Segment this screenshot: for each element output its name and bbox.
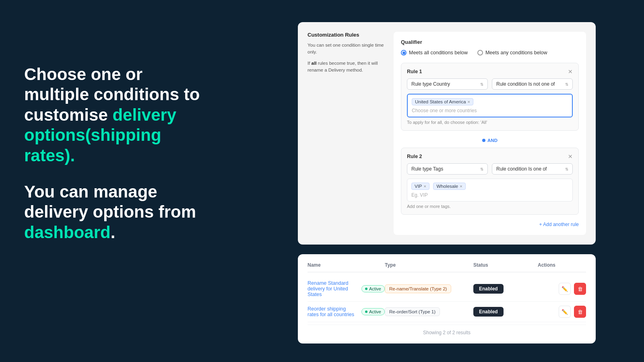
rule-1-hint: To apply for for all, do choose option: … bbox=[407, 120, 573, 125]
rule-2-condition-select[interactable]: Rule condition Is one of ⇅ bbox=[492, 163, 573, 175]
row-2-type-badge: Re-order/Sort (Type 1) bbox=[385, 307, 440, 316]
row-2-active-label: Active bbox=[369, 309, 381, 314]
qualifier-option-all-label: Meets all conditions below bbox=[409, 50, 468, 56]
row-1-type-badge: Re-name/Translate (Type 2) bbox=[385, 284, 451, 293]
row-1-active-badge: Active bbox=[361, 285, 385, 292]
row-2-status-cell: Enabled bbox=[473, 307, 538, 317]
col-header-status: Status bbox=[473, 262, 538, 268]
and-badge: AND bbox=[482, 138, 497, 143]
tag-usa-remove-icon[interactable]: × bbox=[468, 99, 470, 104]
left-text-block: Choose one ormultiple conditions tocusto… bbox=[24, 64, 209, 243]
rule-2-block: Rule 2 ✕ Rule type Tags ⇅ Rule condition… bbox=[401, 148, 579, 215]
note-suffix: rules become true, then it will rename a… bbox=[308, 61, 378, 72]
rule-1-condition-select[interactable]: Rule condition Is not one of ⇅ bbox=[492, 78, 573, 90]
chevron-up-down-icon-4: ⇅ bbox=[565, 167, 568, 171]
rule-2-header: Rule 2 ✕ bbox=[407, 154, 573, 159]
tag-vip-remove-icon[interactable]: × bbox=[424, 184, 426, 189]
row-1-status-cell: Enabled bbox=[473, 284, 538, 294]
table-row: Rename Standard delivery for United Stat… bbox=[308, 276, 586, 302]
and-separator: AND bbox=[401, 136, 579, 144]
col-header-actions: Actions bbox=[538, 262, 586, 268]
radio-filled-icon bbox=[401, 50, 407, 56]
rule-2-placeholder: Eg. VIP bbox=[411, 192, 568, 198]
rule-2-title: Rule 2 bbox=[407, 154, 422, 159]
headline-accent: deliveryoptions(shippingrates). bbox=[24, 105, 176, 165]
rule-1-selects: Rule type Country ⇅ Rule condition Is no… bbox=[407, 78, 573, 90]
qualifier-title: Qualifier bbox=[401, 39, 579, 45]
and-dot-icon bbox=[482, 139, 485, 142]
rule-1-type-label: Rule type Country bbox=[411, 81, 450, 87]
rule-1-title: Rule 1 bbox=[407, 69, 422, 74]
rule-1-condition-label: Rule condition Is not one of bbox=[496, 81, 555, 87]
row-2-delete-button[interactable]: 🗑 bbox=[574, 306, 586, 318]
chevron-up-down-icon-2: ⇅ bbox=[565, 82, 568, 86]
row-2-type-cell: Re-order/Sort (Type 1) bbox=[385, 307, 473, 316]
rule-2-type-select[interactable]: Rule type Tags ⇅ bbox=[407, 163, 488, 175]
row-1-delete-button[interactable]: 🗑 bbox=[574, 283, 586, 295]
sidebar-note: If all rules become true, then it will r… bbox=[308, 60, 384, 74]
add-rule-button[interactable]: + Add another rule bbox=[539, 222, 579, 227]
tag-wholesale-label: Wholesale bbox=[436, 184, 458, 189]
tag-usa-label: United States of America bbox=[415, 99, 466, 104]
chevron-up-down-icon: ⇅ bbox=[480, 82, 483, 86]
chevron-up-down-icon-3: ⇅ bbox=[480, 167, 483, 171]
rule-1-header: Rule 1 ✕ bbox=[407, 69, 573, 74]
main-headline: Choose one ormultiple conditions tocusto… bbox=[24, 64, 209, 166]
qualifier-option-all[interactable]: Meets all conditions below bbox=[401, 50, 468, 56]
rule-2-close-icon[interactable]: ✕ bbox=[568, 154, 573, 159]
subheadline-accent: dashboard bbox=[24, 223, 111, 242]
sidebar-desc: You can set one condition single time on… bbox=[308, 42, 384, 56]
active-dot-icon bbox=[365, 288, 367, 290]
add-rule-row: + Add another rule bbox=[401, 220, 579, 228]
table-header: Name Type Status Actions bbox=[308, 262, 586, 272]
rule-2-tag-vip: VIP × bbox=[411, 183, 429, 190]
col-header-type: Type bbox=[385, 262, 473, 268]
row-2-link[interactable]: Reorder shipping rates for all countries bbox=[308, 306, 357, 317]
rule-1-tags-input[interactable]: United States of America × Choose one or… bbox=[407, 94, 573, 117]
rule-1-block: Rule 1 ✕ Rule type Country ⇅ Rule condit… bbox=[401, 63, 579, 131]
row-1-actions-cell: ✏️ 🗑 bbox=[538, 283, 586, 295]
row-1-name-cell: Rename Standard delivery for United Stat… bbox=[308, 280, 385, 297]
rule-2-tags-input[interactable]: VIP × Wholesale × Eg. VIP bbox=[407, 179, 573, 202]
and-label: AND bbox=[487, 138, 497, 143]
panel-sidebar: Customization Rules You can set one cond… bbox=[308, 32, 384, 235]
sub-headline: You can managedelivery options fromdashb… bbox=[24, 182, 209, 243]
row-1-link[interactable]: Rename Standard delivery for United Stat… bbox=[308, 280, 357, 297]
rule-1-close-icon[interactable]: ✕ bbox=[568, 69, 573, 74]
row-2-active-badge: Active bbox=[361, 308, 385, 315]
table-footer: Showing 2 of 2 results bbox=[308, 325, 586, 335]
rule-2-tag-wholesale: Wholesale × bbox=[433, 183, 465, 190]
row-1-edit-button[interactable]: ✏️ bbox=[559, 283, 571, 295]
qualifier-option-any-label: Meets any conditions below bbox=[485, 50, 547, 56]
row-1-status-button[interactable]: Enabled bbox=[473, 284, 504, 294]
rule-1-placeholder: Choose one or more countries bbox=[412, 108, 568, 113]
row-2-status-button[interactable]: Enabled bbox=[473, 307, 504, 317]
qualifier-option-any[interactable]: Meets any conditions below bbox=[477, 50, 547, 56]
row-2-edit-button[interactable]: ✏️ bbox=[559, 306, 571, 318]
panel-main: Qualifier Meets all conditions below Mee… bbox=[394, 32, 586, 235]
col-header-name: Name bbox=[308, 262, 385, 268]
tag-wholesale-remove-icon[interactable]: × bbox=[460, 184, 462, 189]
rule-2-type-label: Rule type Tags bbox=[411, 166, 443, 172]
active-dot-icon-2 bbox=[365, 311, 367, 313]
rule-2-condition-label: Rule condition Is one of bbox=[496, 166, 547, 172]
qualifier-options: Meets all conditions below Meets any con… bbox=[401, 50, 579, 56]
sidebar-title: Customization Rules bbox=[308, 32, 384, 38]
rule-2-selects: Rule type Tags ⇅ Rule condition Is one o… bbox=[407, 163, 573, 175]
row-2-name-cell: Reorder shipping rates for all countries… bbox=[308, 306, 385, 317]
rule-2-hint: Add one or more tags. bbox=[407, 204, 573, 209]
tag-vip-label: VIP bbox=[415, 184, 422, 189]
note-prefix: If bbox=[308, 61, 312, 66]
subheadline-period: . bbox=[111, 223, 116, 242]
right-panels: Customization Rules You can set one cond… bbox=[298, 22, 596, 343]
row-2-actions-cell: ✏️ 🗑 bbox=[538, 306, 586, 318]
row-1-active-label: Active bbox=[369, 286, 381, 291]
note-bold: all bbox=[312, 61, 317, 66]
rule-1-tag-usa: United States of America × bbox=[412, 98, 473, 105]
delivery-options-table-panel: Name Type Status Actions Rename Standard… bbox=[298, 254, 596, 343]
rule-1-type-select[interactable]: Rule type Country ⇅ bbox=[407, 78, 488, 90]
row-1-type-cell: Re-name/Translate (Type 2) bbox=[385, 284, 473, 293]
customization-rules-panel: Customization Rules You can set one cond… bbox=[298, 22, 596, 245]
table-row: Reorder shipping rates for all countries… bbox=[308, 302, 586, 322]
radio-empty-icon bbox=[477, 50, 483, 56]
